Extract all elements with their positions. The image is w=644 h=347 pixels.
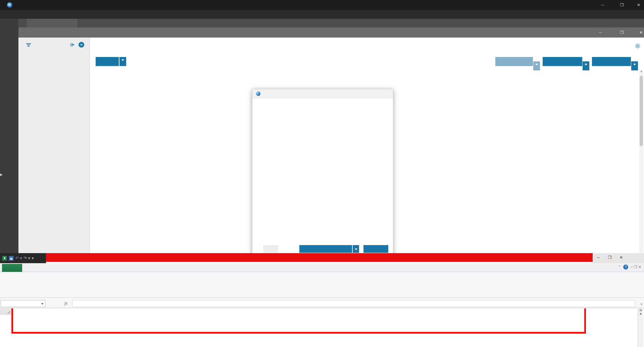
panel-restore-icon[interactable]: ❐ [616,29,628,36]
gear-icon[interactable] [635,43,641,49]
formula-expand-icon[interactable]: ∨ [640,302,643,306]
panel-close-icon[interactable]: ✕ [635,29,644,36]
scrollbar-thumb[interactable] [640,76,643,146]
download-template-dropdown[interactable] [353,245,359,253]
red-annotation-rectangle [11,308,586,334]
tab-items[interactable] [27,19,77,27]
table-scrollbar[interactable]: ▲ [639,70,643,254]
add-new-dropdown[interactable] [119,57,126,66]
undo-icon[interactable]: ↶ ▾ [15,256,22,261]
ribbon-tab-row: ⌃?─ ❐ ✕ [0,263,644,272]
excel-window-controls: ─❐✕ [593,253,644,263]
app-titlebar: ≋ ─ ❐ ✕ [0,0,644,10]
help-icon[interactable]: ? [623,265,628,270]
ribbon [0,272,644,298]
cancel-button[interactable] [263,245,278,253]
qat-customize-icon[interactable]: ▾ [32,256,34,261]
oms-logo-icon [256,92,260,96]
select-all-corner[interactable] [0,308,11,314]
panel-header: ─ ❐ ✕ [18,27,644,38]
browse-button[interactable] [363,245,388,253]
assign-vendor-dropdown[interactable] [533,61,540,70]
download-template-button[interactable] [299,245,352,253]
item-overview-button[interactable] [592,57,631,66]
filter-icon [26,43,31,47]
filters-clear-icon[interactable]: ✕ [79,42,84,48]
item-overview-dropdown[interactable] [631,61,638,70]
document-tabstrip [18,19,644,27]
filters-title [23,42,31,48]
excel-titlebar: X ↶ ▾ ↷ ▾ ▾ ─❐✕ [0,253,644,263]
assign-vendor-button[interactable] [495,57,533,66]
excel-window: X ↶ ▾ ↷ ▾ ▾ ─❐✕ ⌃?─ ❐ ✕ fx ∨ ⊟▲ [0,253,644,347]
app-logo-icon: ≋ [7,2,12,8]
maximize-icon[interactable]: ❐ [616,1,628,9]
close-icon[interactable]: ✕ [633,1,644,9]
create-new-so-dropdown[interactable] [583,61,589,70]
formula-input[interactable] [72,300,635,307]
item-type-tabs [90,38,644,54]
sheet-scrollbar[interactable]: ⊟▲ [638,308,643,347]
filters-panel: ⟳ ✕ [18,38,90,256]
sidebar-expander-icon[interactable]: ▶ [0,173,3,176]
create-new-so-button[interactable] [543,57,582,66]
dialog-titlebar [252,89,393,98]
scroll-up-icon[interactable]: ▲ [639,70,643,73]
excel-title [46,253,593,262]
add-new-button[interactable] [96,57,119,66]
excel-logo-icon: X [2,256,7,261]
menubar [0,10,644,19]
minimize-icon[interactable]: ─ [597,1,608,9]
excel-restore-icon[interactable]: ❐ [604,253,615,262]
file-tab[interactable] [2,264,22,272]
ribbon-window-controls: ⌃?─ ❐ ✕ [618,265,641,270]
excel-quick-access-toolbar: X ↶ ▾ ↷ ▾ ▾ [0,253,46,263]
excel-close-icon[interactable]: ✕ [615,253,627,262]
redo-icon[interactable]: ↷ ▾ [23,256,30,261]
panel-minimize-icon[interactable]: ─ [595,29,606,36]
name-box[interactable] [1,300,45,307]
insert-function-icon[interactable]: fx [64,301,67,306]
spreadsheet: ⊟▲ [0,308,644,347]
save-icon[interactable] [9,256,14,261]
formula-bar: fx ∨ [0,299,644,308]
filters-refresh-icon[interactable]: ⟳ [70,42,74,48]
excel-minimize-icon[interactable]: ─ [593,253,604,262]
upload-columns-dialog [252,89,393,256]
